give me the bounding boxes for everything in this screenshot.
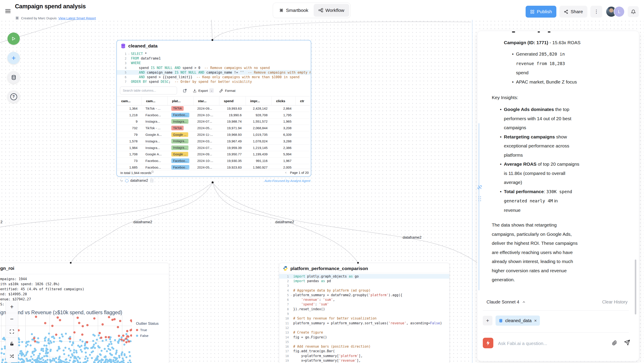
code-line[interactable]: 11platform_summary = platform_summary.so… xyxy=(279,321,450,325)
code-line[interactable]: 15 xyxy=(279,339,450,344)
table-row[interactable]: 732TikTok - ...TikTok2024-05...19,971.94… xyxy=(117,125,310,131)
code-line[interactable]: 19 x=platform_summary['revenue'], xyxy=(279,358,450,363)
tab-smartbook[interactable]: Smartbook xyxy=(274,4,313,17)
help-button[interactable]: ? xyxy=(8,91,20,103)
prev-page-button[interactable]: ‹ xyxy=(285,170,287,175)
sql-node-cleaned-data[interactable]: cleaned_data 1⌄SELECT *2FROM dataframe13… xyxy=(116,40,311,177)
code-line[interactable]: 4 spend IS NOT NULL AND spend > 0 -- Rem… xyxy=(117,66,311,70)
code-line[interactable]: 12 xyxy=(279,325,450,330)
legend-item-false[interactable]: False xyxy=(136,334,158,338)
scatter-node-campaign-roi[interactable]: gn_roi mpaigns: 1944ith ≥$10k spend: 102… xyxy=(0,263,169,363)
add-node-button[interactable]: + xyxy=(8,52,20,64)
legend-item-true[interactable]: True xyxy=(136,328,158,332)
table-row[interactable]: 79Google A...Google ...2024-11-...19,968… xyxy=(117,131,310,138)
code-line[interactable]: 3 xyxy=(279,283,450,288)
column-header[interactable]: spend xyxy=(219,97,246,105)
column-header[interactable]: star... xyxy=(193,97,219,105)
code-line[interactable]: 13# Create figure xyxy=(279,330,450,335)
table-cell: 19,967.49 xyxy=(219,138,246,144)
ask-fabi-input[interactable] xyxy=(498,339,602,348)
code-line[interactable]: 1import plotly.graph_objects as go xyxy=(279,274,450,279)
remove-context-icon[interactable]: × xyxy=(534,318,537,323)
clear-history-button[interactable]: Clear History xyxy=(602,299,628,304)
table-cell: 1,364 xyxy=(117,105,142,112)
page-title: Campaign spend analysis xyxy=(15,3,86,10)
code-line[interactable]: 2FROM dataframe1 xyxy=(117,56,311,61)
tab-workflow[interactable]: Workflow xyxy=(314,4,349,17)
drag-handle-dots[interactable] xyxy=(478,196,482,201)
code-line[interactable]: 6 'revenue': 'sum', xyxy=(279,297,450,302)
code-line[interactable]: 7 'spend': 'sum' xyxy=(279,302,450,307)
unlink-icon[interactable] xyxy=(477,185,482,191)
output-drag-handle[interactable]: ⋮⋮ xyxy=(150,178,154,183)
table-row[interactable]: 1,364TikTok - ...TikTok2024-09...19,993.… xyxy=(117,105,310,112)
user-avatar-initial[interactable]: L xyxy=(614,6,625,17)
column-header[interactable]: cam... xyxy=(142,97,167,105)
code-line[interactable]: 7ORDER BY spend DESC; -- Order by spend … xyxy=(117,80,311,84)
table-body[interactable]: 1,364TikTok - ...TikTok2024-09...19,993.… xyxy=(117,105,310,171)
table-cell xyxy=(296,151,311,158)
run-workflow-button[interactable] xyxy=(8,33,20,45)
code-line[interactable]: 17fig.add_trace(go.Bar( xyxy=(279,349,450,353)
chart-title-fragment: ign xyxy=(0,310,6,315)
more-options-button[interactable]: ⋮ xyxy=(590,6,602,18)
code-line[interactable]: 16# Add revenue bars (positive direction… xyxy=(279,344,450,349)
zoom-out-button[interactable]: − xyxy=(6,313,18,325)
table-row[interactable]: 1,578Instagra...Instagra...2024-03...19,… xyxy=(117,138,310,145)
menu-button[interactable] xyxy=(5,9,10,13)
code-line[interactable]: 2import pandas as pd xyxy=(279,279,450,283)
output-dataframe-name[interactable]: dataframe2 xyxy=(130,179,148,183)
code-line[interactable]: 5 AND campaign_name IS NOT NULL AND camp… xyxy=(117,70,311,75)
panel-scrollbar[interactable] xyxy=(635,259,636,314)
code-line[interactable]: 14fig = go.Figure() xyxy=(279,335,450,339)
text-line: Campaign (ID: 1771) - 15.63x ROAS xyxy=(504,38,580,47)
notifications-button[interactable] xyxy=(628,6,639,17)
data-sources-button[interactable] xyxy=(8,71,20,84)
table-cell xyxy=(296,145,311,151)
text-line: The data shows that retargeting xyxy=(492,220,578,230)
expand-table-button[interactable] xyxy=(183,89,187,93)
lock-button[interactable] xyxy=(6,338,18,350)
table-row[interactable]: 73Faceboo...Faceboo...2024-10-...19,930.… xyxy=(117,158,310,164)
summary-paragraph: The data shows that retargetingcampaigns… xyxy=(492,220,578,284)
zoom-in-button[interactable]: + xyxy=(6,301,18,313)
code-line[interactable]: 8}).reset_index() xyxy=(279,307,450,311)
python-node-platform-performance[interactable]: platform_performance_comparison 1import … xyxy=(279,263,450,363)
column-header[interactable]: ctr xyxy=(296,97,311,105)
smart-report-link[interactable]: View Latest Smart Report xyxy=(58,16,96,20)
attach-file-button[interactable] xyxy=(612,340,618,346)
code-line[interactable]: 4# Aggregate data by platform (ad group) xyxy=(279,288,450,293)
table-search-input[interactable] xyxy=(120,87,177,95)
scatter-plot[interactable] xyxy=(0,315,132,363)
table-row[interactable]: 9Instagra...Instagra...2024-07...19,988.… xyxy=(117,118,310,125)
code-line[interactable]: 1⌄SELECT * xyxy=(117,52,311,56)
format-button[interactable]: Format xyxy=(220,89,236,93)
add-context-button[interactable]: + xyxy=(483,316,492,325)
expand-icon xyxy=(183,89,187,93)
table-row[interactable]: 1,218Faceboo...Faceboo...2024-10-...19,9… xyxy=(117,112,310,118)
code-line[interactable]: 3WHERE xyxy=(117,61,311,66)
code-line[interactable]: 9 xyxy=(279,311,450,316)
code-line[interactable]: 6 AND spend > {{spend_limit}} -- Keep on… xyxy=(117,75,311,79)
fit-view-button[interactable] xyxy=(6,325,18,338)
model-selector[interactable]: Claude Sonnet 4 xyxy=(486,299,526,304)
code-line[interactable]: 18 y=platform_summary['platform'], xyxy=(279,353,450,358)
python-code-editor[interactable]: 1import plotly.graph_objects as go2impor… xyxy=(279,273,450,363)
sql-code-editor[interactable]: 1⌄SELECT *2FROM dataframe13WHERE4 spend … xyxy=(117,51,311,84)
context-chip-cleaned-data[interactable]: cleaned_data × xyxy=(496,315,540,326)
export-chevron[interactable]: ⌄ xyxy=(209,88,214,93)
table-row[interactable]: 1,984Instagra...Instagra...2024-07...19,… xyxy=(117,145,310,151)
column-header[interactable]: clicks xyxy=(272,97,296,105)
send-button[interactable] xyxy=(624,339,630,346)
column-header[interactable]: cam... xyxy=(117,97,142,105)
column-header[interactable]: impr... xyxy=(246,97,272,105)
code-line[interactable]: 10# Sort by revenue for better visualiza… xyxy=(279,316,450,321)
text-line: Average ROAS of top 20 campaigns xyxy=(504,160,580,169)
column-header[interactable]: plat... xyxy=(167,97,193,105)
table-row[interactable]: 1,708Google A...Google ...2024-09...19,9… xyxy=(117,151,310,158)
share-button[interactable]: Share xyxy=(560,6,587,18)
export-button[interactable]: Export ⌄ xyxy=(193,88,214,93)
shuffle-button[interactable] xyxy=(6,350,18,362)
publish-button[interactable]: Publish xyxy=(526,6,556,18)
code-line[interactable]: 5⌄platform_summary = dataframe2.groupby(… xyxy=(279,293,450,297)
